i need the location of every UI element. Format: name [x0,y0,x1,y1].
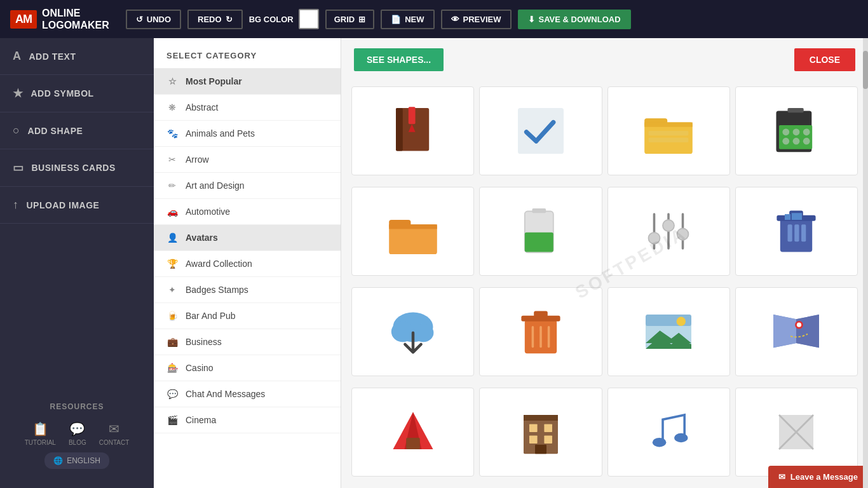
grid-button[interactable]: GRID ⊞ [325,10,375,29]
svg-rect-68 [535,445,546,454]
icon-card-image[interactable] [607,287,730,376]
category-item-animals-pets[interactable]: 🐾 Animals and Pets [154,121,341,147]
grid-icon: ⊞ [358,15,365,24]
preview-button[interactable]: 👁 PREVIEW [441,10,512,29]
svg-rect-1 [396,108,403,151]
category-item-business[interactable]: 💼 Business [154,329,341,355]
category-item-avatars[interactable]: 👤 Avatars [154,225,341,251]
svg-rect-2 [408,107,415,124]
icon-card-placeholder[interactable] [735,388,858,477]
svg-rect-67 [544,435,552,444]
content-panel: SEE SHAPES... CLOSE SOFTPEDIA [341,38,868,488]
see-shapes-button[interactable]: SEE SHAPES... [354,48,444,71]
svg-marker-55 [773,315,796,348]
icon-card-folder-orange[interactable] [351,187,474,276]
category-item-most-popular[interactable]: ☆ Most Popular [154,69,341,95]
icon-card-folder-yellow[interactable] [607,86,730,175]
undo-icon: ↺ [136,15,143,24]
svg-point-51 [677,317,686,326]
folder-orange-svg [384,203,442,260]
image-svg [640,303,697,360]
logo: AM ONLINE LOGOMAKER [10,7,109,31]
trash-blue-svg [768,203,825,260]
sidebar-item-add-shape[interactable]: ○ ADD SHAPE [0,112,154,149]
shape-icon: ○ [13,124,20,137]
category-item-art-design[interactable]: ✏ Art and Design [154,173,341,199]
sidebar: A ADD TEXT ★ ADD SYMBOL ○ ADD SHAPE ▭ BU… [0,38,154,488]
icon-card-music[interactable] [607,388,730,477]
icon-card-sliders[interactable] [607,187,730,276]
scroll-thumb[interactable] [863,51,868,89]
svg-rect-9 [649,138,689,142]
new-button[interactable]: 📄 NEW [381,10,434,29]
svg-point-40 [391,322,414,342]
svg-rect-34 [788,224,792,241]
bg-color-swatch[interactable] [299,9,319,29]
building-svg [512,403,569,461]
icon-card-checkmark[interactable] [479,86,602,175]
map-svg [768,303,825,360]
leave-message-button[interactable]: ✉ Leave a Message [768,466,868,488]
icon-card-battery-dots[interactable] [735,86,858,175]
undo-button[interactable]: ↺ UNDO [126,10,181,29]
save-download-button[interactable]: ⬇ SAVE & DOWNLOAD [518,10,631,29]
business-icon: 💼 [166,337,178,347]
sidebar-item-upload-image[interactable]: ↑ UPLOAD IMAGE [0,187,154,224]
category-item-badges[interactable]: ✦ Badges Stamps [154,277,341,303]
svg-rect-37 [785,214,790,220]
redo-button[interactable]: REDO ↻ [187,10,243,29]
icon-card-book[interactable] [351,86,474,175]
svg-point-15 [803,128,810,135]
svg-marker-56 [796,315,819,348]
language-button[interactable]: 🌐 ENGLISH [44,452,109,469]
category-item-arrow[interactable]: ✂ Arrow [154,147,341,173]
svg-rect-45 [534,311,548,317]
resources-section: RESOURCES 📋 TUTORIAL 💬 BLOG ✉ CONTACT 🌐 … [0,390,154,488]
svg-rect-66 [529,435,538,444]
svg-point-17 [793,138,800,145]
svg-rect-63 [524,415,558,421]
chat-icon: 💬 [166,389,178,399]
art-icon: ✏ [166,180,178,191]
sidebar-item-add-text[interactable]: A ADD TEXT [0,38,154,75]
icon-card-building[interactable] [479,388,602,477]
category-item-cinema[interactable]: 🎬 Cinema [154,407,341,433]
icon-card-trash-orange[interactable] [479,287,602,376]
category-item-award[interactable]: 🏆 Award Collection [154,251,341,277]
svg-point-69 [653,438,667,447]
content-toolbar: SEE SHAPES... [341,38,868,81]
icon-card-battery-half[interactable] [479,187,602,276]
category-item-automotive[interactable]: 🚗 Automotive [154,199,341,225]
tent-svg [384,403,442,461]
icon-card-trash-blue[interactable] [735,187,858,276]
svg-rect-21 [389,224,437,229]
scrollbar[interactable] [863,38,868,488]
category-item-chat[interactable]: 💬 Chat And Messages [154,381,341,407]
cloud-download-svg [384,303,442,360]
category-item-bar-pub[interactable]: 🍺 Bar And Pub [154,303,341,329]
svg-rect-23 [532,208,546,213]
avatars-icon: 👤 [166,233,178,243]
sliders-svg [640,203,697,260]
icon-card-tent[interactable] [351,388,474,477]
symbol-icon: ★ [13,86,24,100]
close-button[interactable]: CLOSE [794,48,855,71]
svg-point-13 [783,128,790,135]
svg-rect-7 [644,123,693,127]
contact-link[interactable]: ✉ CONTACT [99,421,130,446]
sidebar-item-business-cards[interactable]: ▭ BUSINESS CARDS [0,149,154,187]
tutorial-link[interactable]: 📋 TUTORIAL [25,421,56,446]
battery-half-svg [512,203,569,260]
badges-icon: ✦ [166,285,178,295]
category-item-casino[interactable]: 🎰 Casino [154,355,341,381]
icon-card-cloud-download[interactable] [351,287,474,376]
save-icon: ⬇ [528,15,535,24]
header: AM ONLINE LOGOMAKER ↺ UNDO REDO ↻ BG COL… [0,0,868,38]
svg-rect-61 [406,438,420,449]
blog-link[interactable]: 💬 BLOG [69,421,86,446]
category-item-abstract[interactable]: ❋ Abstract [154,95,341,121]
icon-card-map[interactable] [735,287,858,376]
svg-point-29 [663,220,674,231]
sidebar-item-add-symbol[interactable]: ★ ADD SYMBOL [0,75,154,112]
svg-point-70 [674,433,688,442]
